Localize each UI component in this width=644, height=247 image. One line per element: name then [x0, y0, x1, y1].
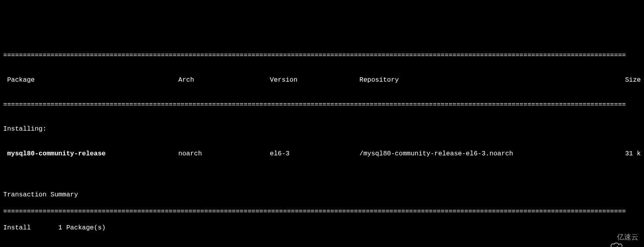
- header-repository: Repository: [359, 76, 594, 84]
- pkg-version: el6-3: [270, 150, 359, 158]
- header-size: Size: [594, 76, 641, 84]
- table-header-row: Package Arch Version Repository Size: [3, 76, 641, 84]
- pkg-size: 31 k: [594, 150, 641, 158]
- pkg-arch: noarch: [178, 150, 270, 158]
- blank: [3, 174, 641, 183]
- separator-line: ========================================…: [3, 101, 641, 109]
- package-row: mysql80-community-release noarch el6-3 /…: [3, 150, 641, 158]
- blank: [3, 240, 641, 247]
- pkg-name: mysql80-community-release: [3, 150, 178, 158]
- watermark-text: 亿速云: [617, 233, 638, 242]
- installing-header: Installing:: [3, 125, 641, 133]
- separator-line: ========================================…: [3, 51, 641, 60]
- watermark: 亿速云: [602, 233, 638, 242]
- separator-line: ========================================…: [3, 208, 641, 216]
- header-version: Version: [270, 76, 359, 84]
- cloud-icon: [602, 233, 615, 241]
- install-count-line: Install 1 Package(s): [3, 224, 641, 232]
- pkg-repo: /mysql80-community-release-el6-3.noarch: [359, 150, 594, 158]
- blank-top: [3, 35, 641, 43]
- header-arch: Arch: [178, 76, 270, 84]
- header-package: Package: [3, 76, 178, 84]
- transaction-summary-header: Transaction Summary: [3, 191, 641, 199]
